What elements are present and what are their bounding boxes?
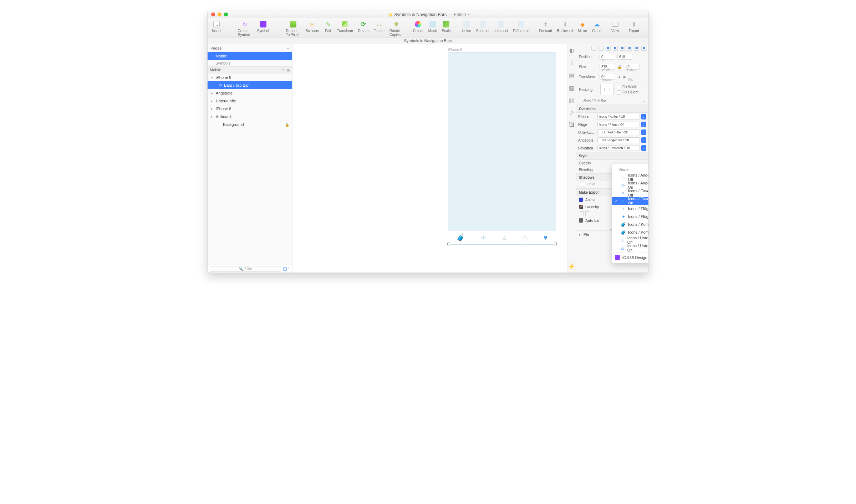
dropdown-item-0[interactable]: ◇Icons / Angebote / Off [612, 173, 649, 181]
flatten-button[interactable]: ▱Flatten [373, 20, 384, 33]
dropdown-none[interactable]: None [612, 166, 649, 173]
artboard-iphone8[interactable]: 🧳 ✈ ⌂ ◇ ♥ [448, 52, 556, 245]
edit-button[interactable]: ✎Edit [324, 20, 332, 33]
filter-toggle-icon[interactable] [283, 267, 287, 271]
upload-icon[interactable]: ⇪ [569, 60, 574, 66]
override-unterkunfte-select[interactable]: …/ Unterkünfte / Off [597, 129, 640, 135]
align-top-icon[interactable] [613, 46, 618, 51]
bolt-icon[interactable]: ⚡ [568, 263, 575, 270]
dropdown-item-7[interactable]: 🧳Icons / Koffer / On [612, 228, 649, 236]
pin-arrow-icon[interactable]: ▸ [579, 233, 581, 236]
align-left-icon[interactable] [591, 46, 596, 51]
dropdown-icon[interactable]: ⌄ [641, 122, 646, 127]
pos-y-input[interactable]: 618 [617, 54, 633, 60]
mask-button[interactable]: Mask [428, 20, 437, 33]
intersect-button[interactable]: Intersect [494, 20, 508, 33]
mirror-button[interactable]: ◆Mirror [578, 20, 587, 33]
align-bottom-icon[interactable] [627, 46, 632, 51]
tabbar-symbol[interactable]: 🧳 ✈ ⌂ ◇ ♥ [448, 231, 556, 244]
page-mobile[interactable]: Mobile [208, 52, 292, 60]
distribute-h-icon[interactable] [634, 46, 639, 51]
insert-button[interactable]: Insert [212, 20, 221, 33]
dropdown-item-4[interactable]: ✈Icons / Flüge / Off [612, 205, 649, 213]
scissors-button[interactable]: ✂Scissors [306, 20, 319, 33]
close-button[interactable] [211, 12, 215, 16]
distribute-v-icon[interactable] [641, 46, 646, 51]
export-button[interactable]: ⇪Export [629, 20, 639, 33]
dropdown-item-9[interactable]: ⌂Icons / Unterkünfte / On [612, 244, 649, 252]
forward-button[interactable]: ⬆Forward [539, 20, 552, 33]
override-angebote-select[interactable]: …ns / Angebote / Off [597, 137, 640, 143]
dropdown-item-6[interactable]: 🧳Icons / Koffer / Off [612, 220, 649, 228]
flip-v-icon[interactable]: ▶ [623, 75, 626, 79]
colors-button[interactable]: Colors [413, 20, 423, 33]
title-dropdown-icon[interactable]: ▾ [468, 12, 470, 16]
distribute-icon[interactable]: ▥ [569, 97, 574, 104]
resizing-control[interactable] [600, 84, 614, 95]
symbol-button[interactable]: Symbol [257, 20, 269, 33]
fix-width-check[interactable]: Fix Width [617, 85, 638, 89]
rotate-copies-button[interactable]: ✺Rotate Copies [389, 20, 403, 37]
rotate-button[interactable]: ⟳Rotate [358, 20, 368, 33]
dropdown-ios-submenu[interactable]: iOS UI Design▶ [612, 254, 649, 261]
align-vcenter-icon[interactable] [620, 46, 625, 51]
pin-label[interactable]: Pin [584, 233, 589, 236]
difference-button[interactable]: Difference [513, 20, 529, 33]
selection-handles[interactable] [447, 230, 557, 245]
print-icon[interactable]: ▤ [569, 72, 574, 79]
layer-artboard[interactable]: ▸Artboard [208, 113, 292, 121]
plugin-icon-a[interactable] [579, 211, 584, 216]
view-button[interactable]: View [611, 20, 619, 33]
layer-background[interactable]: Background🔒 [208, 121, 292, 128]
layer-bars-tabbar[interactable]: ↻Bars / Tab Bar [208, 81, 292, 89]
dropdown-item-8[interactable]: ⌂Icons / Unterkünfte / Off [612, 236, 649, 244]
flip-h-icon[interactable]: ▲ [617, 75, 621, 79]
align-hcenter-icon[interactable] [598, 46, 603, 51]
list-icon[interactable]: ≡ [282, 68, 285, 72]
add-tab-button[interactable]: + [643, 38, 646, 44]
dropdown-icon[interactable]: ⌄ [641, 114, 646, 119]
artboard-header-label[interactable]: Mobile [210, 68, 221, 72]
backward-button[interactable]: ⬇Backward [557, 20, 573, 33]
layer-angebote[interactable]: ▸Angebote [208, 89, 292, 97]
dropdown-item-3[interactable]: ✓♥Icons / Favoriten / On [612, 197, 649, 205]
dropdown-icon[interactable]: ⌄ [641, 137, 646, 143]
resize-icon[interactable]: ↗ [569, 110, 574, 116]
symbol-override-dropdown[interactable]: None ◇Icons / Angebote / Off◇Icons / Ang… [612, 164, 649, 263]
shadow-swatch[interactable] [579, 183, 585, 187]
lock-aspect-icon[interactable]: 🔒 [617, 65, 622, 69]
canvas[interactable]: iPhone 8 🧳 ✈ ⌂ ◇ ♥ [292, 44, 567, 273]
override-favoriten-select[interactable]: Icons / Favoriten / On [597, 145, 640, 151]
dropdown-icon[interactable]: ⌄ [641, 145, 646, 151]
add-page-button[interactable]: + [287, 46, 289, 50]
dropdown-icon[interactable]: ⌄ [641, 129, 646, 135]
lock-icon[interactable]: 🔒 [285, 123, 289, 127]
transform-button[interactable]: Transform [337, 20, 353, 33]
fix-height-check[interactable]: Fix Height [617, 90, 638, 95]
image-icon[interactable]: 🖼 [569, 122, 575, 128]
subtract-button[interactable]: Subtract [476, 20, 489, 33]
plugin-icon-b[interactable] [585, 211, 590, 216]
dropdown-item-5[interactable]: ✈Icons / Flüge / On [612, 213, 649, 220]
override-fluege-select[interactable]: Icons / Flüge / Off [597, 122, 640, 127]
minimize-button[interactable] [218, 12, 221, 16]
dropdown-item-1[interactable]: ◇Icons / Angebote / On [612, 181, 649, 189]
create-symbol-button[interactable]: ↻ Create Symbol [238, 20, 252, 37]
maximize-button[interactable] [224, 12, 228, 16]
union-button[interactable]: Union [462, 20, 471, 33]
override-reisen-select[interactable]: Icons / Koffer / Off [597, 114, 640, 119]
dropdown-item-2[interactable]: ♥Icons / Favoriten / Off [612, 189, 649, 197]
layer-iphone8b[interactable]: ▸iPhone 8 [208, 105, 292, 113]
symbol-breadcrumb[interactable]: — Bars / Tab Bar⌄ [576, 97, 648, 105]
layer-iphone8[interactable]: ▾iPhone 8 [208, 73, 292, 81]
tab-title[interactable]: Symbols in Navigation Bars [404, 39, 452, 43]
scale-button[interactable]: Scale [442, 20, 451, 33]
anima-tab-icon[interactable]: ◐ [569, 47, 574, 54]
cloud-button[interactable]: ☁Cloud [592, 20, 601, 33]
round-to-pixel-button[interactable]: Round To Pixel [286, 20, 301, 37]
page-symbols[interactable]: Symbols [208, 60, 292, 66]
align-right-icon[interactable] [606, 46, 611, 51]
layer-unterkunfte[interactable]: ▸Unterkünfte [208, 97, 292, 105]
collapse-icon[interactable]: ▣ [286, 68, 290, 72]
artboard-label[interactable]: iPhone 8 [448, 48, 462, 52]
